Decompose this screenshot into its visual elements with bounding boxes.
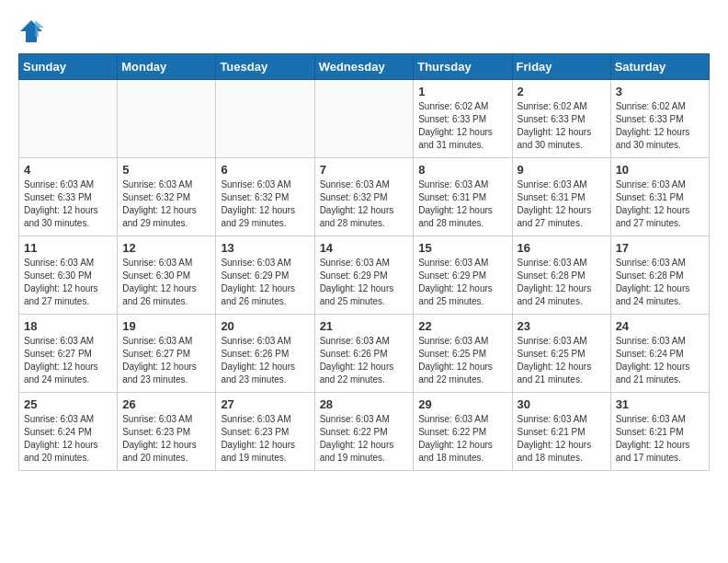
calendar-weekday-sunday: Sunday (19, 54, 118, 80)
day-number: 18 (24, 319, 112, 333)
day-number: 16 (518, 241, 606, 255)
day-number: 15 (418, 241, 506, 255)
day-number: 8 (418, 163, 506, 177)
calendar-cell: 5Sunrise: 6:03 AM Sunset: 6:32 PM Daylig… (118, 158, 216, 236)
day-number: 6 (221, 163, 309, 177)
calendar-cell: 14Sunrise: 6:03 AM Sunset: 6:29 PM Dayli… (314, 236, 414, 315)
day-info: Sunrise: 6:03 AM Sunset: 6:21 PM Dayligh… (616, 413, 704, 465)
calendar-cell: 31Sunrise: 6:03 AM Sunset: 6:21 PM Dayli… (610, 393, 709, 471)
day-number: 3 (616, 85, 704, 98)
day-info: Sunrise: 6:03 AM Sunset: 6:27 PM Dayligh… (122, 335, 210, 386)
day-number: 29 (418, 397, 506, 411)
day-info: Sunrise: 6:03 AM Sunset: 6:30 PM Dayligh… (24, 257, 112, 308)
day-info: Sunrise: 6:03 AM Sunset: 6:24 PM Dayligh… (616, 335, 704, 386)
day-info: Sunrise: 6:03 AM Sunset: 6:25 PM Dayligh… (418, 335, 506, 386)
day-number: 2 (518, 85, 606, 98)
calendar-cell (19, 80, 118, 158)
day-number: 27 (221, 397, 309, 411)
calendar-cell (118, 80, 216, 158)
calendar-weekday-tuesday: Tuesday (216, 54, 314, 80)
calendar-cell: 19Sunrise: 6:03 AM Sunset: 6:27 PM Dayli… (118, 315, 216, 393)
calendar-week-4: 18Sunrise: 6:03 AM Sunset: 6:27 PM Dayli… (19, 315, 710, 393)
calendar-cell: 23Sunrise: 6:03 AM Sunset: 6:25 PM Dayli… (512, 315, 610, 393)
page-header (18, 18, 710, 44)
calendar-cell (216, 80, 314, 158)
calendar-week-2: 4Sunrise: 6:03 AM Sunset: 6:33 PM Daylig… (19, 158, 710, 236)
day-info: Sunrise: 6:02 AM Sunset: 6:33 PM Dayligh… (518, 100, 606, 152)
calendar-weekday-monday: Monday (118, 54, 216, 80)
day-info: Sunrise: 6:03 AM Sunset: 6:22 PM Dayligh… (320, 413, 409, 465)
day-info: Sunrise: 6:03 AM Sunset: 6:21 PM Dayligh… (518, 413, 606, 465)
calendar-cell: 24Sunrise: 6:03 AM Sunset: 6:24 PM Dayli… (610, 315, 709, 393)
calendar-cell: 29Sunrise: 6:03 AM Sunset: 6:22 PM Dayli… (414, 393, 512, 471)
day-number: 26 (122, 397, 210, 411)
calendar-cell: 22Sunrise: 6:03 AM Sunset: 6:25 PM Dayli… (414, 315, 512, 393)
calendar-cell: 25Sunrise: 6:03 AM Sunset: 6:24 PM Dayli… (19, 393, 118, 471)
day-info: Sunrise: 6:03 AM Sunset: 6:31 PM Dayligh… (518, 178, 606, 230)
calendar-cell: 2Sunrise: 6:02 AM Sunset: 6:33 PM Daylig… (512, 80, 610, 158)
calendar-header-row: SundayMondayTuesdayWednesdayThursdayFrid… (19, 54, 710, 80)
calendar-cell: 21Sunrise: 6:03 AM Sunset: 6:26 PM Dayli… (314, 315, 414, 393)
day-number: 10 (616, 163, 704, 177)
day-info: Sunrise: 6:03 AM Sunset: 6:29 PM Dayligh… (320, 257, 409, 308)
day-number: 23 (518, 319, 606, 333)
day-number: 4 (24, 163, 112, 177)
calendar-week-1: 1Sunrise: 6:02 AM Sunset: 6:33 PM Daylig… (19, 80, 710, 158)
calendar-cell: 12Sunrise: 6:03 AM Sunset: 6:30 PM Dayli… (118, 236, 216, 315)
calendar-cell: 6Sunrise: 6:03 AM Sunset: 6:32 PM Daylig… (216, 158, 314, 236)
calendar-cell: 7Sunrise: 6:03 AM Sunset: 6:32 PM Daylig… (314, 158, 414, 236)
day-info: Sunrise: 6:03 AM Sunset: 6:26 PM Dayligh… (320, 335, 409, 386)
day-info: Sunrise: 6:03 AM Sunset: 6:29 PM Dayligh… (418, 257, 506, 308)
calendar-week-3: 11Sunrise: 6:03 AM Sunset: 6:30 PM Dayli… (19, 236, 710, 315)
day-info: Sunrise: 6:03 AM Sunset: 6:33 PM Dayligh… (24, 178, 112, 230)
day-number: 19 (122, 319, 210, 333)
day-info: Sunrise: 6:03 AM Sunset: 6:28 PM Dayligh… (518, 257, 606, 308)
day-info: Sunrise: 6:02 AM Sunset: 6:33 PM Dayligh… (418, 100, 506, 152)
day-number: 31 (616, 397, 704, 411)
day-info: Sunrise: 6:03 AM Sunset: 6:23 PM Dayligh… (221, 413, 309, 465)
day-info: Sunrise: 6:03 AM Sunset: 6:27 PM Dayligh… (24, 335, 112, 386)
day-number: 13 (221, 241, 309, 255)
day-info: Sunrise: 6:03 AM Sunset: 6:31 PM Dayligh… (616, 178, 704, 230)
calendar-cell: 11Sunrise: 6:03 AM Sunset: 6:30 PM Dayli… (19, 236, 118, 315)
calendar-cell: 30Sunrise: 6:03 AM Sunset: 6:21 PM Dayli… (512, 393, 610, 471)
day-info: Sunrise: 6:03 AM Sunset: 6:32 PM Dayligh… (320, 178, 409, 230)
calendar-cell: 10Sunrise: 6:03 AM Sunset: 6:31 PM Dayli… (610, 158, 709, 236)
calendar-cell: 17Sunrise: 6:03 AM Sunset: 6:28 PM Dayli… (610, 236, 709, 315)
day-info: Sunrise: 6:02 AM Sunset: 6:33 PM Dayligh… (616, 100, 704, 152)
calendar-cell: 16Sunrise: 6:03 AM Sunset: 6:28 PM Dayli… (512, 236, 610, 315)
calendar-cell: 1Sunrise: 6:02 AM Sunset: 6:33 PM Daylig… (414, 80, 512, 158)
calendar-cell (314, 80, 414, 158)
day-info: Sunrise: 6:03 AM Sunset: 6:31 PM Dayligh… (418, 178, 506, 230)
day-info: Sunrise: 6:03 AM Sunset: 6:29 PM Dayligh… (221, 257, 309, 308)
day-number: 25 (24, 397, 112, 411)
day-number: 1 (418, 85, 506, 98)
day-number: 14 (320, 241, 409, 255)
calendar-cell: 13Sunrise: 6:03 AM Sunset: 6:29 PM Dayli… (216, 236, 314, 315)
day-info: Sunrise: 6:03 AM Sunset: 6:28 PM Dayligh… (616, 257, 704, 308)
day-info: Sunrise: 6:03 AM Sunset: 6:30 PM Dayligh… (122, 257, 210, 308)
day-number: 30 (518, 397, 606, 411)
calendar-table: SundayMondayTuesdayWednesdayThursdayFrid… (18, 53, 710, 471)
day-number: 20 (221, 319, 309, 333)
calendar-cell: 27Sunrise: 6:03 AM Sunset: 6:23 PM Dayli… (216, 393, 314, 471)
calendar-cell: 4Sunrise: 6:03 AM Sunset: 6:33 PM Daylig… (19, 158, 118, 236)
calendar-cell: 15Sunrise: 6:03 AM Sunset: 6:29 PM Dayli… (414, 236, 512, 315)
day-number: 17 (616, 241, 704, 255)
day-info: Sunrise: 6:03 AM Sunset: 6:25 PM Dayligh… (518, 335, 606, 386)
day-info: Sunrise: 6:03 AM Sunset: 6:32 PM Dayligh… (221, 178, 309, 230)
day-number: 11 (24, 241, 112, 255)
day-number: 28 (320, 397, 409, 411)
day-number: 7 (320, 163, 409, 177)
calendar-cell: 8Sunrise: 6:03 AM Sunset: 6:31 PM Daylig… (414, 158, 512, 236)
day-info: Sunrise: 6:03 AM Sunset: 6:23 PM Dayligh… (122, 413, 210, 465)
day-number: 9 (518, 163, 606, 177)
day-info: Sunrise: 6:03 AM Sunset: 6:32 PM Dayligh… (122, 178, 210, 230)
day-number: 5 (122, 163, 210, 177)
calendar-weekday-thursday: Thursday (414, 54, 512, 80)
calendar-cell: 3Sunrise: 6:02 AM Sunset: 6:33 PM Daylig… (610, 80, 709, 158)
calendar-cell: 28Sunrise: 6:03 AM Sunset: 6:22 PM Dayli… (314, 393, 414, 471)
calendar-cell: 20Sunrise: 6:03 AM Sunset: 6:26 PM Dayli… (216, 315, 314, 393)
calendar-cell: 26Sunrise: 6:03 AM Sunset: 6:23 PM Dayli… (118, 393, 216, 471)
day-info: Sunrise: 6:03 AM Sunset: 6:26 PM Dayligh… (221, 335, 309, 386)
